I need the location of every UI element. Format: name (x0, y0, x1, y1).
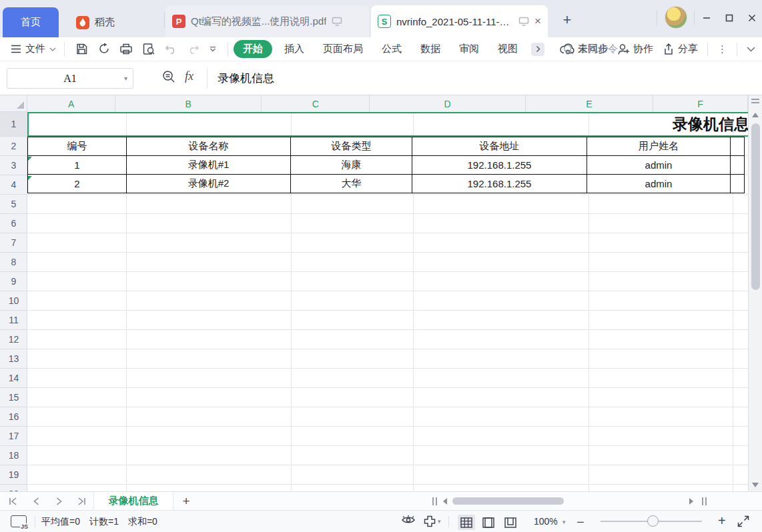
tab-docer[interactable]: 稻壳 (61, 7, 161, 37)
name-box-dropdown-icon[interactable]: ▾ (124, 75, 127, 82)
table-data-cell[interactable]: 录像机#2 (127, 175, 291, 193)
reading-mode-icon[interactable]: ▾ (423, 515, 441, 528)
tab-home[interactable]: 首页 (3, 7, 59, 37)
column-header-C[interactable]: C (262, 95, 370, 112)
row-header-11[interactable]: 11 (0, 311, 27, 330)
table-header-cell[interactable]: 设备名称 (127, 137, 291, 156)
table-data-cell[interactable]: 海康 (291, 156, 412, 175)
table-header-cell[interactable]: 设备地址 (412, 137, 587, 156)
row-header-14[interactable]: 14 (0, 369, 27, 388)
save-button[interactable] (75, 43, 88, 55)
ribbon-tab-6[interactable]: 视图 (491, 40, 524, 58)
js-macro-icon[interactable]: JS (11, 515, 27, 527)
scroll-down-icon[interactable] (752, 483, 759, 487)
name-box[interactable]: A1 ▾ (7, 68, 133, 89)
select-all-corner[interactable] (0, 95, 27, 112)
scroll-right-icon[interactable] (689, 498, 693, 505)
horizontal-splitter-handle[interactable] (702, 497, 707, 505)
row-header-1[interactable]: 1 (0, 112, 27, 137)
row-header-20[interactable]: 20 (0, 485, 27, 491)
row-header-13[interactable]: 13 (0, 349, 27, 369)
formula-input[interactable]: 录像机信息 (218, 68, 274, 89)
row-header-19[interactable]: 19 (0, 465, 27, 485)
page-break-view-button[interactable] (480, 515, 497, 530)
fullscreen-icon[interactable] (737, 515, 750, 528)
first-sheet-button[interactable] (5, 494, 21, 509)
next-sheet-button[interactable] (51, 494, 67, 509)
collaborate-button[interactable]: 协作 (617, 43, 653, 55)
row-header-3[interactable]: 3 (0, 156, 27, 175)
ribbon-tab-1[interactable]: 插入 (278, 40, 311, 58)
last-sheet-button[interactable] (73, 494, 89, 509)
tab-active-document[interactable]: S nvrinfo_2021-05-11-11-08-02 × (371, 5, 548, 37)
row-header-4[interactable]: 4 (0, 175, 27, 195)
add-sheet-button[interactable]: + (179, 494, 194, 509)
table-header-cell[interactable]: 编号 (28, 137, 127, 156)
horizontal-splitter-handle[interactable] (432, 497, 437, 505)
ribbon-tab-0[interactable]: 开始 (234, 40, 272, 58)
previous-sheet-button[interactable] (28, 494, 44, 509)
column-header-D[interactable]: D (370, 95, 525, 112)
sheet-tab-active[interactable]: 录像机信息 (93, 492, 173, 510)
row-header-7[interactable]: 7 (0, 233, 27, 253)
row-header-12[interactable]: 12 (0, 330, 27, 349)
close-tab-icon[interactable]: × (534, 15, 541, 28)
row-header-17[interactable]: 17 (0, 427, 27, 446)
row-header-18[interactable]: 18 (0, 446, 27, 465)
sync-status-button[interactable]: 未同步 (560, 43, 608, 55)
row-header-6[interactable]: 6 (0, 214, 27, 233)
table-data-cell[interactable] (731, 175, 745, 193)
cell-area[interactable]: 录像机信息 编号设备名称设备类型设备地址用户姓名1录像机#1海康192.168.… (27, 112, 748, 491)
print-button[interactable] (119, 43, 133, 55)
more-tabs-button[interactable] (531, 43, 544, 56)
row-header-16[interactable]: 16 (0, 407, 27, 427)
scroll-left-icon[interactable] (443, 498, 447, 505)
ribbon-tab-3[interactable]: 公式 (375, 40, 408, 58)
column-header-E[interactable]: E (526, 95, 654, 112)
share-button[interactable]: 分享 (663, 43, 698, 55)
table-data-cell[interactable]: 录像机#1 (127, 156, 291, 175)
more-options-icon[interactable]: ⋮ (717, 43, 727, 55)
maximize-button[interactable] (719, 9, 739, 27)
table-data-cell[interactable]: admin (587, 156, 731, 175)
table-header-cell[interactable]: 用户姓名 (587, 137, 731, 156)
zoom-out-button[interactable]: − (577, 515, 585, 530)
row-header-15[interactable]: 15 (0, 388, 27, 407)
file-menu-button[interactable]: 文件 (0, 43, 61, 55)
table-data-cell[interactable]: 1 (28, 156, 127, 175)
row-header-8[interactable]: 8 (0, 253, 27, 272)
insert-function-button[interactable]: fx (185, 69, 194, 83)
close-window-button[interactable] (742, 9, 762, 27)
column-header-A[interactable]: A (27, 95, 115, 112)
row-header-10[interactable]: 10 (0, 291, 27, 311)
zoom-in-button[interactable]: + (718, 513, 726, 529)
row-header-5[interactable]: 5 (0, 195, 27, 214)
column-header-F[interactable]: F (653, 95, 748, 112)
collapse-ribbon-icon[interactable] (747, 47, 755, 52)
new-tab-button[interactable]: + (558, 11, 577, 29)
user-avatar[interactable] (665, 6, 687, 29)
zoom-dropdown-icon[interactable]: ▾ (562, 519, 566, 525)
table-data-cell[interactable]: 192.168.1.255 (412, 156, 587, 175)
vertical-splitter-handle[interactable] (751, 99, 759, 103)
column-header-B[interactable]: B (115, 95, 262, 112)
ribbon-tab-5[interactable]: 审阅 (452, 40, 486, 58)
row-header-2[interactable]: 2 (0, 137, 27, 156)
zoom-level-value[interactable]: 100% (534, 516, 558, 527)
print-preview-button[interactable] (142, 43, 155, 55)
output-pdf-button[interactable] (97, 43, 110, 55)
row-header-9[interactable]: 9 (0, 272, 27, 291)
ribbon-tab-2[interactable]: 页面布局 (316, 40, 370, 58)
table-header-cell[interactable]: 设备类型 (291, 137, 412, 156)
vertical-scrollbar-thumb[interactable] (751, 123, 760, 290)
horizontal-scrollbar-thumb[interactable] (452, 497, 564, 505)
table-header-cell[interactable] (731, 137, 745, 156)
vertical-scrollbar[interactable] (748, 95, 762, 491)
redo-button[interactable] (187, 43, 200, 55)
tab-pdf-document[interactable]: P Qt编写的视频监...使用说明.pdf (165, 5, 369, 37)
scroll-up-icon[interactable] (752, 113, 759, 117)
table-data-cell[interactable]: 大华 (291, 175, 412, 193)
table-data-cell[interactable] (731, 156, 745, 175)
page-layout-view-button[interactable] (502, 515, 519, 530)
undo-button[interactable] (165, 43, 177, 55)
